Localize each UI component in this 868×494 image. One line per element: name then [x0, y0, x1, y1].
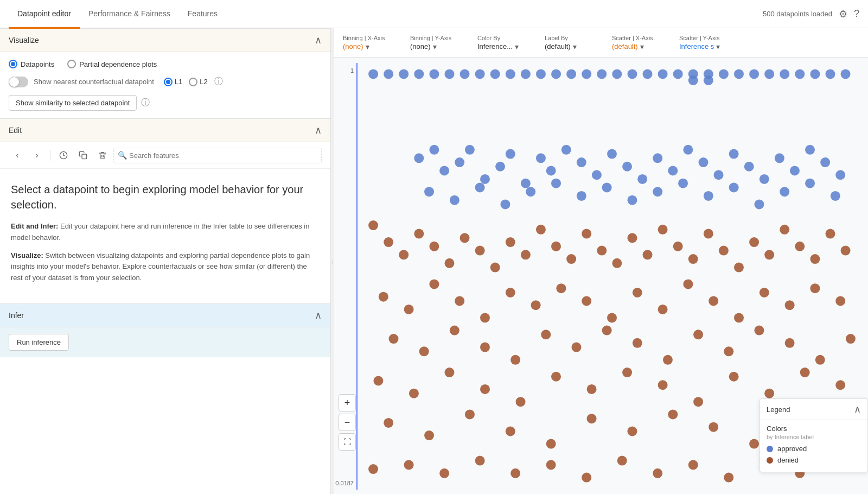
- scatter-dot[interactable]: [754, 199, 764, 209]
- scatter-dot[interactable]: [510, 468, 520, 478]
- similarity-button[interactable]: Show similarity to selected datapoint: [9, 95, 137, 111]
- scatter-dot[interactable]: [835, 380, 845, 390]
- scatter-dot[interactable]: [714, 170, 724, 180]
- scatter-dot[interactable]: [399, 69, 409, 79]
- scatter-dot[interactable]: [785, 300, 795, 310]
- binning-y-select[interactable]: (none) ▾: [410, 42, 464, 51]
- scatter-dot[interactable]: [429, 69, 439, 79]
- scatter-dot[interactable]: [475, 246, 485, 256]
- similarity-info-icon[interactable]: ⓘ: [141, 97, 150, 109]
- scatter-dot[interactable]: [693, 397, 703, 407]
- scatter-dot[interactable]: [790, 166, 800, 176]
- scatter-dot[interactable]: [627, 69, 637, 79]
- scatter-dot[interactable]: [450, 326, 459, 335]
- scatter-dot[interactable]: [536, 69, 546, 79]
- scatter-dot[interactable]: [846, 334, 856, 344]
- scatter-dot[interactable]: [500, 199, 510, 209]
- scatter-dot[interactable]: [709, 296, 718, 306]
- scatter-dot[interactable]: [429, 242, 439, 251]
- scatter-dot[interactable]: [653, 468, 662, 478]
- history-button[interactable]: [55, 147, 72, 164]
- scatter-dot[interactable]: [673, 69, 683, 79]
- scatter-dot[interactable]: [424, 187, 434, 197]
- infer-header[interactable]: Infer ∧: [0, 304, 330, 327]
- scatter-dot[interactable]: [561, 145, 571, 155]
- scatter-dot[interactable]: [577, 191, 586, 201]
- scatter-dot[interactable]: [450, 195, 459, 205]
- scatter-dot[interactable]: [658, 305, 668, 314]
- scatter-dot[interactable]: [414, 229, 424, 239]
- scatter-dot[interactable]: [597, 246, 607, 256]
- scatter-dot[interactable]: [490, 69, 500, 79]
- scatter-dot[interactable]: [506, 426, 515, 436]
- scatter-dot[interactable]: [760, 288, 769, 297]
- scatter-dot[interactable]: [810, 254, 820, 264]
- scatter-dot[interactable]: [521, 250, 531, 259]
- scatter-dot[interactable]: [551, 372, 561, 382]
- scatter-dot[interactable]: [444, 258, 454, 268]
- fit-button[interactable]: ⛶: [339, 433, 356, 451]
- l2-radio[interactable]: L2: [189, 78, 207, 86]
- scatter-dot[interactable]: [795, 69, 805, 79]
- scatter-dot[interactable]: [820, 157, 830, 167]
- scatter-dot[interactable]: [475, 69, 485, 79]
- scatter-dot[interactable]: [815, 355, 825, 365]
- scatter-dot[interactable]: [704, 75, 713, 85]
- search-input[interactable]: [113, 148, 322, 163]
- scatter-dot[interactable]: [551, 179, 561, 188]
- scatter-dot[interactable]: [480, 313, 490, 322]
- scatter-dot[interactable]: [480, 174, 490, 184]
- scatter-dot[interactable]: [444, 69, 454, 79]
- scatter-dot[interactable]: [724, 346, 733, 356]
- scatter-dot[interactable]: [658, 380, 668, 390]
- scatter-dot[interactable]: [612, 258, 622, 268]
- scatter-dot[interactable]: [404, 305, 414, 314]
- scatter-dot[interactable]: [582, 296, 591, 306]
- scatter-dot[interactable]: [704, 229, 713, 239]
- tab-datapoint-editor[interactable]: Datapoint editor: [9, 1, 80, 29]
- scatter-dot[interactable]: [516, 397, 526, 407]
- scatter-dot[interactable]: [429, 279, 439, 289]
- undo-button[interactable]: ‹: [9, 147, 26, 164]
- zoom-out-button[interactable]: −: [339, 414, 356, 431]
- scatter-dot[interactable]: [810, 283, 820, 293]
- radio-partial[interactable]: Partial dependence plots: [67, 60, 157, 68]
- run-inference-button[interactable]: Run inference: [9, 334, 69, 351]
- scatter-dot[interactable]: [678, 179, 688, 188]
- scatter-dot[interactable]: [541, 330, 551, 339]
- edit-header[interactable]: Edit ∧: [0, 119, 330, 142]
- scatter-dot[interactable]: [729, 149, 739, 159]
- scatter-dot[interactable]: [683, 145, 693, 155]
- scatter-dot[interactable]: [668, 166, 678, 176]
- scatter-dot[interactable]: [404, 460, 414, 470]
- scatter-dot[interactable]: [764, 389, 774, 398]
- scatter-dot[interactable]: [841, 246, 851, 256]
- scatter-dot[interactable]: [582, 473, 591, 483]
- scatter-dot[interactable]: [556, 283, 566, 293]
- scatter-dot[interactable]: [597, 69, 607, 79]
- scatter-dot[interactable]: [704, 191, 713, 201]
- tab-performance-fairness[interactable]: Performance & Fairness: [80, 1, 179, 29]
- scatter-dot[interactable]: [536, 225, 546, 235]
- scatter-dot[interactable]: [764, 69, 774, 79]
- scatter-dot[interactable]: [546, 439, 556, 449]
- scatter-dot[interactable]: [475, 456, 485, 466]
- scatter-dot[interactable]: [617, 456, 627, 466]
- scatter-dot[interactable]: [506, 237, 515, 247]
- scatter-dot[interactable]: [582, 229, 591, 239]
- scatter-dot[interactable]: [587, 414, 597, 423]
- scatter-dot[interactable]: [653, 187, 662, 197]
- scatter-dot[interactable]: [368, 464, 378, 474]
- scatter-dot[interactable]: [658, 69, 668, 79]
- settings-icon[interactable]: ⚙: [839, 8, 847, 20]
- scatter-dot[interactable]: [780, 225, 789, 235]
- scatter-dot[interactable]: [785, 338, 795, 348]
- color-by-select[interactable]: Inference... ▾: [477, 42, 532, 51]
- scatter-dot[interactable]: [633, 288, 642, 297]
- scatter-dot[interactable]: [795, 242, 805, 251]
- scatter-dot[interactable]: [709, 422, 718, 432]
- scatter-dot[interactable]: [734, 69, 744, 79]
- scatter-dot[interactable]: [754, 326, 764, 335]
- scatter-dot[interactable]: [749, 439, 759, 449]
- scatter-dot[interactable]: [566, 254, 576, 264]
